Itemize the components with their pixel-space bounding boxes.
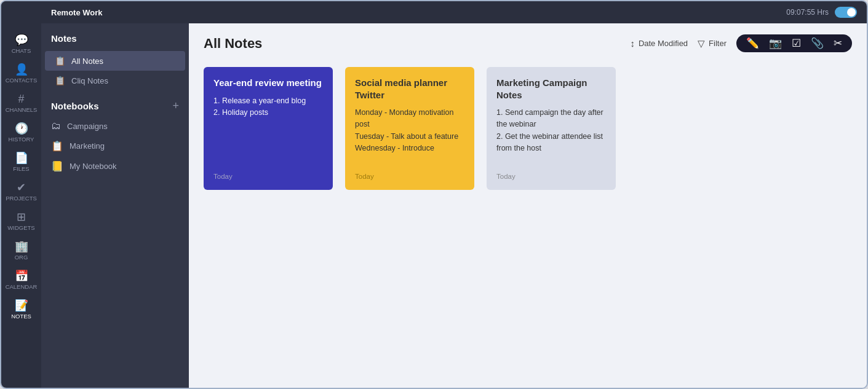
- all-notes-label: All Notes: [71, 57, 103, 66]
- checklist-icon[interactable]: ☑: [792, 38, 801, 49]
- widgets-label: WIDGETS: [7, 224, 34, 231]
- marketing-icon: 📋: [51, 140, 63, 152]
- notebook-campaigns[interactable]: 🗂 Campaigns: [41, 116, 189, 136]
- toolbar-pill: ✏️ 📷 ☑ 📎 ✂: [736, 34, 852, 52]
- chats-label: CHATS: [12, 47, 31, 54]
- notes-label: NOTES: [11, 313, 31, 320]
- notes-section-title: Notes: [41, 33, 189, 51]
- note-date-1: Today: [213, 173, 323, 180]
- note-date-3: Today: [496, 173, 606, 180]
- marketing-label: Marketing: [70, 141, 105, 151]
- chats-icon: 💬: [15, 34, 28, 45]
- sidebar-item-contacts[interactable]: 👤 CONTACTS: [1, 58, 41, 87]
- note-card-social-media[interactable]: Social media planner Twitter Monday - Mo…: [345, 67, 474, 190]
- note-title-1: Year-end review meeting: [213, 77, 323, 89]
- notebook-marketing[interactable]: 📋 Marketing: [41, 136, 189, 156]
- projects-icon: ✔: [17, 182, 26, 193]
- my-notebook-label: My Notebook: [70, 162, 117, 171]
- filter-button[interactable]: ▽ Filter: [698, 38, 727, 49]
- sidebar-item-calendar[interactable]: 📅 CALENDAR: [1, 264, 41, 294]
- history-icon: 🕐: [15, 123, 28, 134]
- note-card-marketing[interactable]: Marketing Campaign Notes 1. Send campaig…: [487, 67, 616, 190]
- sidebar-item-org[interactable]: 🏢 ORG: [1, 235, 41, 264]
- app-time: 09:07:55 Hrs: [786, 8, 829, 17]
- files-label: FILES: [13, 165, 29, 172]
- projects-label: PROJECTS: [6, 195, 37, 202]
- main-header: All Notes ↕ Date Modified ▽ Filter ✏️ 📷: [189, 23, 867, 62]
- page-title: All Notes: [204, 36, 262, 52]
- note-date-2: Today: [355, 173, 464, 180]
- history-label: HISTORY: [9, 136, 34, 143]
- note-title-3: Marketing Campaign Notes: [496, 77, 606, 101]
- toggle-switch[interactable]: [835, 7, 857, 18]
- channels-label: CHANNELS: [6, 106, 38, 113]
- contacts-icon: 👤: [15, 64, 28, 75]
- all-notes-item[interactable]: 📋 All Notes: [45, 51, 185, 71]
- sort-icon: ↕: [630, 38, 635, 49]
- notes-grid: Year-end review meeting 1. Release a yea…: [189, 62, 867, 205]
- my-notebook-icon: 📒: [51, 160, 63, 172]
- cliq-notes-icon: 📋: [55, 76, 65, 85]
- sidebar-item-widgets[interactable]: ⊞ WIDGETS: [1, 205, 41, 235]
- channels-icon: #: [18, 93, 24, 104]
- notes-icon: 📝: [15, 300, 28, 311]
- header-actions: ↕ Date Modified ▽ Filter ✏️ 📷 ☑ 📎: [630, 34, 852, 52]
- calendar-label: CALENDAR: [6, 283, 38, 290]
- org-icon: 🏢: [15, 241, 28, 252]
- note-body-2: Monday - Monday motivation post Tuesday …: [355, 107, 464, 155]
- scissors-icon[interactable]: ✂: [834, 38, 842, 49]
- sidebar-item-history[interactable]: 🕐 HISTORY: [1, 117, 41, 146]
- sort-button[interactable]: ↕ Date Modified: [630, 38, 688, 49]
- sidebar-item-notes[interactable]: 📝 NOTES: [1, 294, 41, 323]
- attach-icon[interactable]: 📎: [811, 38, 824, 49]
- all-notes-icon: 📋: [55, 56, 65, 66]
- calendar-icon: 📅: [15, 270, 28, 281]
- contacts-label: CONTACTS: [6, 77, 38, 84]
- sort-label: Date Modified: [639, 39, 688, 48]
- note-body-3: 1. Send campaign the day after the webin…: [496, 107, 606, 155]
- files-icon: 📄: [15, 152, 28, 163]
- campaigns-icon: 🗂: [51, 120, 61, 132]
- widgets-icon: ⊞: [17, 211, 26, 222]
- edit-icon[interactable]: ✏️: [746, 38, 759, 49]
- note-body-1: 1. Release a year-end blog2. Holiday pos…: [213, 95, 323, 119]
- filter-label: Filter: [709, 39, 727, 48]
- filter-icon: ▽: [698, 38, 705, 49]
- sidebar-item-projects[interactable]: ✔ PROJECTS: [1, 176, 41, 205]
- sidebar: Notes 📋 All Notes 📋 Cliq Notes Notebooks…: [41, 23, 189, 388]
- sidebar-item-files[interactable]: 📄 FILES: [1, 146, 41, 176]
- cliq-notes-item[interactable]: 📋 Cliq Notes: [45, 71, 185, 90]
- sidebar-item-chats[interactable]: 💬 CHATS: [1, 28, 41, 58]
- notebook-my-notebook[interactable]: 📒 My Notebook: [41, 156, 189, 176]
- titlebar: Remote Work 09:07:55 Hrs: [41, 1, 867, 23]
- app-name: Remote Work: [51, 8, 103, 17]
- sidebar-item-channels[interactable]: # CHANNELS: [1, 87, 41, 117]
- cliq-notes-label: Cliq Notes: [71, 76, 108, 85]
- camera-icon[interactable]: 📷: [769, 38, 782, 49]
- note-card-year-end[interactable]: Year-end review meeting 1. Release a yea…: [204, 67, 333, 190]
- org-label: ORG: [15, 254, 28, 261]
- main-content: All Notes ↕ Date Modified ▽ Filter ✏️ 📷: [189, 23, 867, 388]
- add-notebook-button[interactable]: +: [172, 100, 179, 111]
- notebooks-title: Notebooks: [51, 101, 99, 111]
- note-title-2: Social media planner Twitter: [355, 77, 464, 101]
- campaigns-label: Campaigns: [67, 122, 108, 131]
- icon-rail: 💬 CHATS 👤 CONTACTS # CHANNELS 🕐 HISTORY …: [1, 1, 41, 388]
